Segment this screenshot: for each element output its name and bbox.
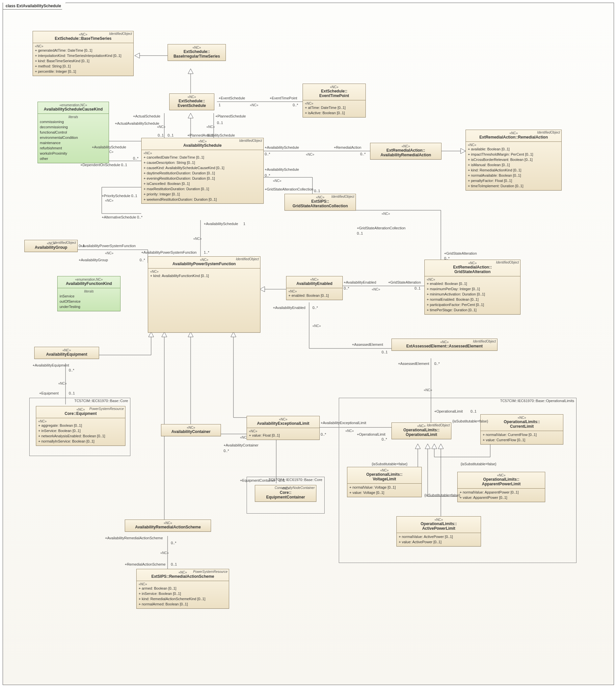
class-name: OperationalLimits:: CurrentLimit: [482, 419, 562, 429]
svg-text:«NC»: «NC»: [372, 288, 380, 291]
svg-marker-18: [149, 332, 154, 337]
corner-label: PowerSystemResource: [193, 570, 227, 573]
class-remedial-action-scheme: PowerSystemResource «NC» ExtSIPS::Remedi…: [136, 569, 229, 609]
literal: decommissioning: [40, 125, 107, 130]
role-availability-enabled: +AvailabilityEnabled: [344, 280, 376, 284]
svg-text:«NC»: «NC»: [193, 237, 202, 241]
attr: + normalValue: ActivePower [0..1]: [399, 534, 479, 540]
class-voltage-limit: «NC» OperationalLimits:: VoltageLimit + …: [347, 467, 422, 497]
constraint-is-substitutable: {isSubstitutable=false}: [424, 493, 460, 497]
section-stereo: «NC»: [139, 582, 227, 586]
class-name: ExtSchedule:: EventTimePoint: [304, 89, 364, 98]
literal: worksInProximity: [40, 151, 107, 156]
role-availability-container: +AvailabilityContainer: [223, 443, 259, 447]
role-availability-schedule: +AvailabilitySchedule: [92, 145, 126, 149]
attr: + normalValue: Voltage [0..1]: [349, 485, 419, 490]
role-availability-power-system-function: +AvailabilityPowerSystemFunction: [141, 250, 197, 254]
attr: + aggregate: Boolean [0..1]: [38, 423, 123, 428]
literal: underTesting: [60, 304, 118, 310]
literal: outOfService: [60, 299, 118, 304]
literal: environmentalCondition: [40, 135, 107, 140]
class-name: AvailabilityPowerSystemFunction: [150, 261, 259, 266]
mult-01: 0..1: [357, 231, 363, 235]
class-name: AvailabilityEquipment: [36, 352, 97, 357]
mult-01: 0..1: [470, 409, 477, 413]
role-availability-power-system-function: +AvailabilityPowerSystemFunction: [80, 244, 136, 248]
attr: + generatedAtTime: DateTime [0..1]: [35, 48, 131, 53]
class-availability-power-system-function: IdentifiedObject «NC» AvailabilityPowerS…: [148, 256, 260, 333]
parcel-label: TC57CIM::IEC61970::Base::OperationalLimi…: [500, 399, 574, 403]
class-availability-container: «NC» AvailabilityContainer: [161, 424, 221, 436]
class-name: Core:: EquipmentContainer: [257, 490, 315, 500]
mult-1: 1: [219, 103, 221, 107]
attr: + armed: Boolean [0..1]: [139, 586, 227, 591]
role-grid-state-alteration: +GridStateAlteration: [444, 251, 477, 255]
corner-label: IdentifiedObject: [109, 32, 132, 36]
attr: + value: Voltage [0..1]: [349, 490, 419, 496]
mult-01: 0..1: [415, 286, 420, 290]
role-availability-equipment: +AvailabilityEquipment: [32, 363, 69, 367]
attr: + normalValue: CurrentFlow [0..1]: [483, 432, 561, 438]
mult-0star: 0..*: [360, 152, 366, 156]
role-assessed-element: +AssessedElement: [398, 362, 429, 366]
role-availability-enabled: +AvailabilityEnabled: [273, 306, 306, 310]
class-availability-group: IdentifiedObject «NC» AvailabilityGroup: [24, 240, 78, 252]
role-availability-schedule: +AvailabilitySchedule: [204, 222, 238, 226]
class-name: AvailabilityFunctionKind: [59, 281, 119, 286]
role-equipment: +Equipment: [39, 391, 59, 395]
attr: + daytimeRestitutionDuration: Duration […: [144, 171, 261, 176]
class-name: OperationalLimits:: ActivePowerLimit: [398, 522, 479, 531]
mult-01: 0..1: [79, 244, 85, 248]
svg-marker-21: [162, 332, 167, 337]
attr: + atTime: DateTime [0..1]: [305, 105, 364, 111]
class-name: ExtSchedule::BaseTimeSeries: [34, 36, 132, 41]
corner-label: IdentifiedObject: [496, 260, 519, 264]
attr: + enabled: Boolean [0..1]: [427, 281, 518, 287]
role-availability-schedule: +AvailabilitySchedule: [265, 145, 299, 150]
role-grid-state-alteration-collection: +GridStateAlterationCollection: [357, 226, 405, 230]
role-dependent-on-schedule: +DependentOnSchedule 0..1: [80, 163, 127, 167]
attr: + impactThresholdMargin: PerCent [0..1]: [468, 152, 559, 157]
role-planned-schedule: +PlannedSchedule: [215, 114, 246, 118]
constraint-is-substitutable: {isSubstitutable=false}: [372, 462, 408, 466]
class-core-equipment: PowerSystemResource «NC» Core::Equipment…: [36, 406, 126, 446]
mult-01: 0..1: [314, 189, 320, 193]
role-grid-state-alteration-collection: +GridStateAlterationCollection: [265, 187, 313, 191]
mult-0star: 0..*: [69, 368, 74, 372]
attr: + value: CurrentFlow [0..1]: [483, 438, 561, 443]
class-grid-state-alteration-collection: IdentifiedObject «NC» ExtSIPS:: GridStat…: [284, 194, 356, 211]
svg-text:«NC»: «NC»: [58, 382, 67, 385]
mult-0star: 0..*: [139, 258, 145, 262]
class-name: ExtSIPS::RemedialActionScheme: [138, 574, 227, 579]
mult-0star: 0..*: [312, 306, 318, 310]
role-operational-limit: +OperationalLimit: [357, 432, 386, 436]
mult-0star: 0..*: [171, 541, 176, 545]
mult-01: 0..1: [217, 121, 223, 125]
parcel-label: TC57CIM::IEC61970::Base::Core: [74, 399, 128, 403]
attr: + kind: RemedialActionSchemeKind [0..1]: [139, 597, 227, 602]
class-equipment-container: ConnectivityNodeContainer «NC» Core:: Eq…: [255, 485, 316, 502]
stereotype: «NC»: [459, 474, 544, 477]
constraint-is-substitutable: {isSubstitutable=false}: [461, 462, 497, 466]
attr: + minimumActivation: Duration [0..1]: [427, 292, 518, 297]
section-stereo: «NC»: [144, 151, 261, 155]
mult-01: 0..1: [279, 478, 285, 482]
mult-01: 0..1: [171, 562, 177, 566]
section-stereo: «NC»: [35, 44, 131, 48]
class-name: AvailabilityExceptionalLimit: [248, 421, 318, 426]
svg-text:«NC»: «NC»: [312, 324, 321, 328]
attr: + participationFactor: PerCent [0..1]: [427, 302, 518, 307]
role-alternative-schedule: +AlternativeSchedule 0..*: [102, 215, 142, 219]
section-stereo: «NC»: [38, 419, 123, 423]
svg-marker-2: [188, 113, 193, 118]
stereotype: «NC»: [482, 416, 562, 419]
role-assessed-element: +AssessedElement: [352, 343, 383, 346]
attr: + penaltyFactor: Float [0..1]: [468, 178, 559, 184]
mult-0star: 0..*: [265, 174, 270, 177]
constraint-is-substitutable: {isSubstitutable=false}: [453, 419, 488, 423]
role-availability-group: +AvailabilityGroup: [79, 258, 108, 262]
class-name: ExtRemedialAction:: AvailabilityRemedial…: [372, 148, 440, 157]
attr: + percentile: Integer [0..1]: [35, 69, 131, 74]
parcel-label: TC57CIM::IEC61970::Base::Core: [269, 478, 322, 482]
role-actual-availability-schedule: +ActualAvailabilitySchedule: [115, 121, 159, 125]
